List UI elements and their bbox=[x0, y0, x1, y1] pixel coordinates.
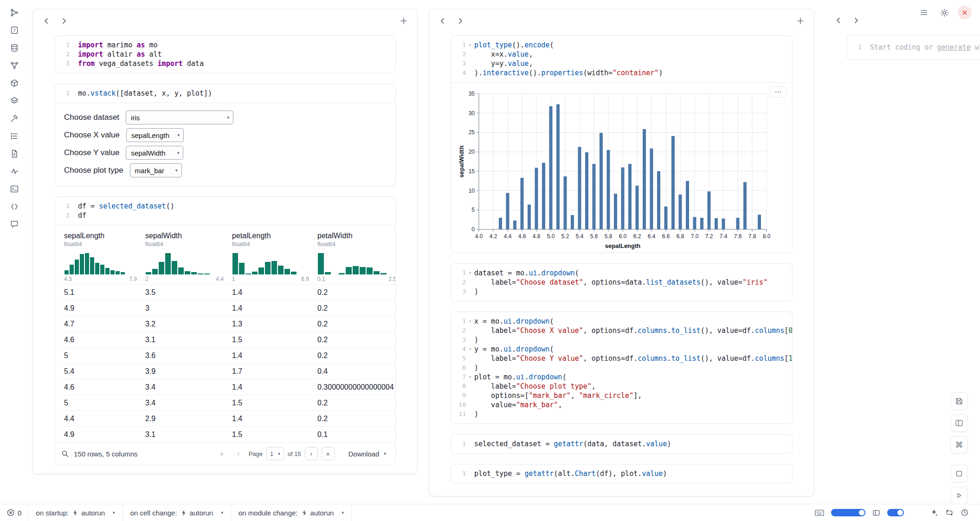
table-row[interactable]: 4.93.11.50.1setosa bbox=[60, 427, 395, 443]
code-editor[interactable]: 1selected_dataset = getattr(data, datase… bbox=[451, 435, 792, 453]
keyboard-shortcuts-button[interactable]: ⌘ bbox=[950, 436, 968, 454]
ai-assist-button[interactable] bbox=[930, 508, 938, 517]
table-row[interactable]: 5.13.51.40.2setosa bbox=[60, 285, 395, 300]
collapse-right-button[interactable] bbox=[849, 13, 863, 27]
sidebar-item-variables[interactable] bbox=[6, 60, 22, 71]
on-cell-change-setting[interactable]: on cell change: autorun ▾ bbox=[123, 504, 231, 521]
add-cell-button[interactable] bbox=[793, 14, 807, 28]
table-row[interactable]: 4.42.91.40.2setosa bbox=[60, 411, 395, 427]
y-value-select[interactable]: sepalWidth▾ bbox=[126, 146, 183, 160]
column-header[interactable]: sepalLengthfloat644.37.9 bbox=[60, 229, 142, 285]
save-button[interactable] bbox=[950, 392, 968, 410]
dataframe-table: sepalLengthfloat644.37.9sepalWidthfloat6… bbox=[55, 225, 395, 442]
column-histogram bbox=[64, 251, 128, 274]
code-editor[interactable]: 1▾x = mo.ui.dropdown(2 label="Choose X v… bbox=[451, 312, 792, 423]
dropdown-label: Choose plot type bbox=[64, 166, 123, 175]
history-button[interactable] bbox=[961, 508, 969, 517]
code-editor[interactable]: 1plot_type = getattr(alt.Chart(df), plot… bbox=[451, 464, 792, 483]
column-header[interactable]: petalWidthfloat640.12.5 bbox=[314, 229, 395, 285]
notebook-panel-left: 1import marimo as mo2import altair as al… bbox=[32, 9, 418, 474]
collapse-right-button[interactable] bbox=[57, 14, 71, 28]
sidebar-item-functions[interactable]: f bbox=[6, 25, 22, 35]
sidebar-item-dependencies[interactable] bbox=[6, 96, 22, 106]
column-header[interactable]: sepalWidthfloat6424.4 bbox=[142, 229, 228, 285]
collapse-left-button[interactable] bbox=[436, 14, 450, 28]
table-row[interactable]: 4.73.21.30.2setosa bbox=[60, 316, 395, 332]
errors-indicator[interactable]: 0 bbox=[0, 508, 28, 517]
first-page-button[interactable]: « bbox=[215, 447, 228, 460]
code-editor[interactable]: 1import marimo as mo2import altair as al… bbox=[55, 36, 395, 73]
sidebar-item-packages[interactable] bbox=[6, 78, 22, 88]
table-row[interactable]: 4.63.11.50.2setosa bbox=[60, 332, 395, 348]
minimap-toggle[interactable] bbox=[831, 509, 865, 516]
sidebar-item-terminal[interactable] bbox=[6, 184, 22, 194]
sidebar-item-tracing[interactable] bbox=[6, 166, 22, 176]
code-brackets-icon bbox=[10, 202, 19, 211]
cell-dataframe: 1df = selected_dataset()2df sepalLengthf… bbox=[54, 196, 396, 465]
code-editor[interactable]: 1mo.vstack([dataset, x, y, plot]) bbox=[55, 84, 395, 103]
on-module-change-setting[interactable]: on module change: autorun ▾ bbox=[231, 504, 351, 521]
last-page-button[interactable]: » bbox=[322, 447, 335, 460]
list-icon bbox=[10, 131, 19, 141]
column-histogram bbox=[317, 251, 387, 274]
sidebar-item-tools[interactable] bbox=[6, 113, 22, 124]
add-cell-button[interactable] bbox=[397, 14, 411, 28]
fold-toggle-icon[interactable]: ▾ bbox=[466, 372, 474, 382]
table-row[interactable]: 5.43.91.70.4setosa bbox=[60, 364, 395, 379]
code-editor[interactable]: 1▾dataset = mo.ui.dropdown(2 label="Choo… bbox=[451, 264, 792, 301]
shutdown-button[interactable] bbox=[958, 6, 972, 20]
table-row[interactable]: 4.63.41.40.30000000000000004setosa bbox=[60, 379, 395, 395]
empty-cell-editor[interactable]: 1 Start coding or generate with AI bbox=[846, 35, 980, 60]
terminal-icon bbox=[10, 184, 19, 194]
compact-mode-toggle[interactable] bbox=[887, 509, 904, 516]
sidebar-panel-icon bbox=[872, 509, 880, 517]
chart-menu-button[interactable] bbox=[770, 86, 787, 98]
chart-output[interactable]: 4.04.24.44.64.85.05.25.45.65.86.06.26.46… bbox=[451, 82, 792, 253]
line-number: 9 bbox=[453, 391, 466, 400]
sidebar-item-help[interactable] bbox=[6, 219, 22, 229]
table-row[interactable]: 53.61.40.2setosa bbox=[60, 348, 395, 364]
sidebar-item-documentation[interactable] bbox=[6, 149, 22, 159]
x-value-select[interactable]: sepalLength▾ bbox=[126, 128, 184, 142]
fold-toggle-icon[interactable]: ▾ bbox=[466, 345, 474, 354]
notebook-menu-button[interactable] bbox=[917, 6, 931, 20]
settings-button[interactable] bbox=[937, 6, 951, 20]
plot-type-select[interactable]: mark_bar▾ bbox=[130, 163, 182, 177]
line-number: 1 bbox=[453, 469, 466, 478]
prev-page-button[interactable]: ‹ bbox=[232, 447, 245, 460]
vstack-output: Choose dataset iris▾ Choose X value sepa… bbox=[55, 103, 395, 186]
collapse-left-button[interactable] bbox=[832, 13, 845, 27]
code-line: 3from vega_datasets import data bbox=[57, 59, 390, 68]
code-editor[interactable]: 1df = selected_dataset()2df bbox=[55, 197, 395, 225]
on-startup-setting[interactable]: on startup: autorun ▾ bbox=[28, 504, 122, 521]
download-button[interactable]: Download▾ bbox=[346, 449, 389, 458]
sidebar-item-explorer[interactable] bbox=[6, 7, 22, 18]
sidebar-item-snippets[interactable] bbox=[6, 202, 22, 212]
code-editor[interactable]: 1▾plot_type().encode(2 x=x.value,3 y=y.v… bbox=[451, 36, 792, 82]
dataset-select[interactable]: iris▾ bbox=[126, 111, 233, 124]
console-button[interactable] bbox=[950, 465, 968, 482]
collapse-right-button[interactable] bbox=[453, 14, 467, 28]
sync-button[interactable] bbox=[945, 508, 954, 517]
cell-selected-dataset: 1selected_dataset = getattr(data, datase… bbox=[451, 434, 793, 454]
next-page-button[interactable]: › bbox=[305, 447, 318, 460]
table-row[interactable]: 4.931.40.2setosa bbox=[60, 300, 395, 316]
layout-button[interactable] bbox=[950, 414, 968, 432]
chevrons-left-icon: « bbox=[220, 450, 224, 457]
status-bar: 0 on startup: autorun ▾ on cell change: … bbox=[0, 504, 980, 521]
search-icon[interactable] bbox=[61, 450, 69, 458]
collapse-left-button[interactable] bbox=[39, 14, 53, 28]
table-row[interactable]: 53.41.50.2setosa bbox=[60, 395, 395, 411]
fold-toggle-icon[interactable]: ▾ bbox=[466, 317, 474, 326]
keyboard-button[interactable] bbox=[815, 509, 824, 516]
sidebar-item-logs[interactable] bbox=[6, 131, 22, 141]
column-header[interactable]: petalLengthfloat6416.9 bbox=[228, 229, 314, 285]
fold-toggle-icon[interactable]: ▾ bbox=[466, 268, 474, 278]
generate-ai-link[interactable]: generate bbox=[937, 43, 971, 52]
floppy-disk-icon bbox=[955, 397, 963, 405]
page-select[interactable]: 1▾ bbox=[266, 447, 284, 460]
panel-layout-button[interactable] bbox=[872, 509, 880, 517]
sidebar-item-datasources[interactable] bbox=[6, 43, 22, 53]
fold-toggle-icon[interactable]: ▾ bbox=[466, 40, 474, 50]
run-all-button[interactable] bbox=[950, 487, 968, 504]
